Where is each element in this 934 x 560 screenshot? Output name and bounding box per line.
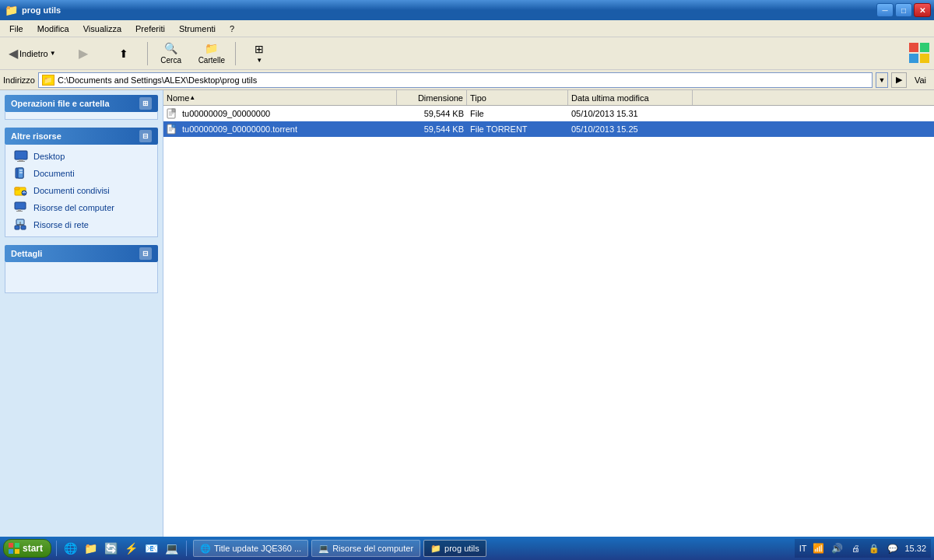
sidebar-body-resources: Desktop Documenti (5, 145, 158, 237)
col-header-size[interactable]: Dimensione (397, 90, 467, 105)
address-field[interactable]: 📁 C:\Documents and Settings\ALEX\Desktop… (38, 72, 873, 88)
col-header-date[interactable]: Data ultima modifica (568, 90, 693, 105)
toolbar-separator-2 (235, 42, 236, 65)
file-icon-1 (167, 108, 179, 119)
menu-visualizza[interactable]: Visualizza (77, 23, 128, 35)
forward-button[interactable]: ▶ (65, 40, 102, 68)
taskbar-btn-risorse[interactable]: 💻 Risorse del computer (311, 540, 420, 557)
file-size-1: 59,544 KB (397, 106, 467, 121)
col-header-type[interactable]: Tipo (467, 90, 568, 105)
svg-rect-30 (172, 124, 175, 128)
sidebar-item-documenti-condivisi[interactable]: Documenti condivisi (10, 182, 153, 199)
progutils-label: prog utils (444, 544, 479, 553)
documenti-icon (13, 166, 29, 180)
menu-bar: File Modifica Visualizza Preferiti Strum… (0, 20, 934, 37)
address-dropdown-button[interactable]: ▼ (876, 72, 888, 88)
title-left: 📁 prog utils (5, 4, 61, 16)
collapse-operations-icon[interactable]: ⊞ (139, 97, 152, 110)
folders-button[interactable]: 📁 Cartelle (193, 40, 230, 68)
tray-icon-sound[interactable]: 🔊 (830, 541, 844, 555)
sidebar-item-desktop[interactable]: Desktop (10, 148, 153, 165)
sidebar-item-risorse-computer[interactable]: Risorse del computer (10, 199, 153, 216)
col-size-label: Dimensione (418, 93, 463, 103)
start-button[interactable]: start (3, 539, 51, 558)
taskbar-btn-jqe[interactable]: 🌐 Title update JQE360 ... (193, 540, 308, 557)
minimize-button[interactable]: ─ (876, 3, 894, 17)
jqe-icon: 🌐 (200, 544, 211, 554)
up-button[interactable]: ⬆ (105, 40, 142, 68)
file-rows: tu00000009_00000000 59,544 KB File 05/10… (163, 106, 934, 537)
sidebar-header-resources[interactable]: Altre risorse ⊟ (5, 128, 158, 145)
collapse-resources-icon[interactable]: ⊟ (139, 130, 152, 142)
file-size-2: 59,544 KB (397, 121, 467, 137)
quicklaunch-icon-1[interactable]: 🌐 (61, 540, 79, 557)
back-label: Indietro (19, 49, 48, 58)
collapse-dettagli-icon[interactable]: ⊟ (139, 247, 152, 260)
sidebar-section-dettagli: Dettagli ⊟ (5, 245, 158, 293)
quicklaunch-icon-6[interactable]: 💻 (163, 540, 180, 557)
sidebar-item-risorse-rete[interactable]: Risorse di rete (10, 216, 153, 233)
close-button[interactable]: ✕ (914, 3, 931, 17)
documenti-condivisi-icon (13, 184, 29, 198)
vai-label: Vai (915, 75, 926, 85)
sidebar-section-resources: Altre risorse ⊟ Desktop (5, 128, 158, 237)
tray-icon-lock[interactable]: 🔒 (867, 541, 881, 555)
taskbar-btn-progutils[interactable]: 📁 prog utils (423, 540, 486, 557)
keyboard-lang: IT (799, 544, 807, 553)
folders-label: Cartelle (198, 56, 225, 65)
svg-rect-35 (15, 543, 19, 548)
quicklaunch-icon-2[interactable]: 📁 (82, 540, 99, 557)
svg-rect-15 (18, 209, 21, 211)
quicklaunch-icon-4[interactable]: ⚡ (122, 540, 139, 557)
risorse-label: Risorse del computer (332, 544, 413, 553)
menu-modifica[interactable]: Modifica (31, 23, 75, 35)
sidebar-header-dettagli[interactable]: Dettagli ⊟ (5, 245, 158, 262)
view-button[interactable]: ⊞ ▼ (241, 40, 278, 68)
tray-icon-chat[interactable]: 💬 (886, 541, 900, 555)
menu-preferiti[interactable]: Preferiti (129, 23, 171, 35)
vai-button[interactable]: Vai (910, 74, 931, 86)
address-go-arrow[interactable]: ▶ (891, 72, 907, 88)
sidebar-header-operations[interactable]: Operazioni file e cartella ⊞ (5, 95, 158, 112)
address-folder-icon: 📁 (42, 75, 54, 86)
risorse-rete-label: Risorse di rete (33, 220, 89, 229)
menu-help[interactable]: ? (223, 23, 241, 35)
svg-rect-34 (9, 543, 13, 548)
toolbar: ◀ Indietro ▼ ▶ ⬆ 🔍 Cerca 📁 Cartelle ⊞ ▼ (0, 37, 934, 70)
sidebar-section-operations: Operazioni file e cartella ⊞ (5, 95, 158, 120)
table-row[interactable]: tu00000009_00000000.torrent 59,544 KB Fi… (163, 121, 934, 137)
sidebar: Operazioni file e cartella ⊞ Altre risor… (0, 90, 163, 537)
file-list-header: Nome Dimensione Tipo Data ultima modific… (163, 90, 934, 106)
sidebar-dettagli-label: Dettagli (11, 249, 42, 258)
col-header-name[interactable]: Nome (163, 90, 397, 105)
title-bar: 📁 prog utils ─ □ ✕ (0, 0, 934, 20)
sidebar-item-documenti[interactable]: Documenti (10, 165, 153, 182)
progutils-icon: 📁 (430, 544, 441, 554)
col-type-label: Tipo (470, 93, 486, 103)
start-label: start (23, 543, 43, 554)
quicklaunch-icon-3[interactable]: 🔄 (102, 540, 119, 557)
file-date-1: 05/10/2013 15.31 (568, 106, 693, 121)
file-area: Nome Dimensione Tipo Data ultima modific… (163, 90, 934, 537)
quicklaunch-icon-5[interactable]: 📧 (142, 540, 160, 557)
search-label: Cerca (160, 56, 181, 65)
back-button[interactable]: ◀ Indietro ▼ (3, 40, 61, 68)
back-arrow-icon: ◀ (9, 46, 18, 61)
search-button[interactable]: 🔍 Cerca (153, 40, 190, 68)
tray-icon-print[interactable]: 🖨 (848, 541, 862, 555)
main-content: Operazioni file e cartella ⊞ Altre risor… (0, 90, 934, 537)
menu-strumenti[interactable]: Strumenti (173, 23, 222, 35)
maximize-button[interactable]: □ (895, 3, 912, 17)
tray-icon-network[interactable]: 📶 (811, 541, 825, 555)
col-date-label: Data ultima modifica (571, 93, 649, 103)
view-dropdown-icon: ▼ (256, 57, 262, 64)
menu-file[interactable]: File (3, 23, 30, 35)
risorse-rete-icon (13, 218, 29, 232)
svg-rect-6 (17, 161, 25, 162)
taskbar-quick-divider (56, 541, 57, 556)
table-row[interactable]: tu00000009_00000000 59,544 KB File 05/10… (163, 106, 934, 121)
file-name-2: tu00000009_00000000.torrent (163, 121, 397, 137)
desktop-label: Desktop (33, 152, 65, 161)
svg-rect-19 (21, 226, 26, 229)
toolbar-separator-1 (147, 42, 148, 65)
